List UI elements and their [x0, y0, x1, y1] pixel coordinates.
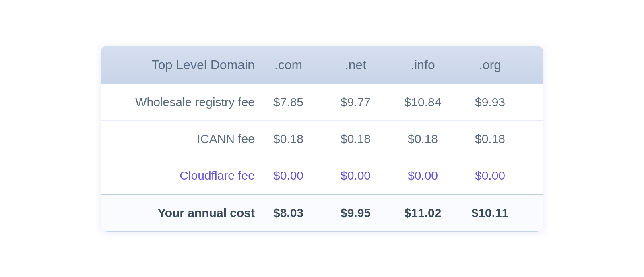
row-value-total-info: $11.02: [389, 206, 456, 220]
row-value-total-net: $9.95: [322, 206, 389, 220]
row-value-cloudflare-org: $0.00: [456, 169, 524, 182]
row-label-wholesale: Wholesale registry fee: [120, 95, 255, 109]
row-value-cloudflare-net: $0.00: [322, 169, 389, 182]
table-body: Wholesale registry fee $7.85 $9.77 $10.8…: [101, 84, 543, 231]
table-row-total: Your annual cost $8.03 $9.95 $11.02 $10.…: [101, 194, 543, 231]
row-value-total-org: $10.11: [456, 206, 524, 220]
row-value-icann-info: $0.18: [389, 132, 456, 146]
column-header-label: Top Level Domain: [120, 58, 255, 72]
row-label-total: Your annual cost: [120, 206, 255, 220]
table-header: Top Level Domain .com .net .info .org: [101, 46, 543, 84]
row-label-icann: ICANN fee: [120, 132, 255, 146]
row-value-icann-net: $0.18: [322, 132, 389, 146]
row-value-cloudflare-com: $0.00: [255, 169, 322, 182]
table-row: ICANN fee $0.18 $0.18 $0.18 $0.18: [101, 121, 543, 157]
row-value-wholesale-com: $7.85: [255, 95, 322, 109]
row-value-wholesale-org: $9.93: [456, 95, 524, 109]
pricing-table: Top Level Domain .com .net .info .org Wh…: [101, 46, 543, 232]
row-value-icann-com: $0.18: [255, 132, 322, 146]
row-value-cloudflare-info: $0.00: [389, 169, 456, 182]
row-value-wholesale-net: $9.77: [322, 95, 389, 109]
column-header-info: .info: [389, 58, 456, 72]
column-header-com: .com: [255, 58, 322, 72]
table-row: Wholesale registry fee $7.85 $9.77 $10.8…: [101, 84, 543, 121]
column-header-net: .net: [322, 58, 389, 72]
row-label-cloudflare: Cloudflare fee: [120, 169, 255, 182]
row-value-wholesale-info: $10.84: [389, 95, 456, 109]
row-value-icann-org: $0.18: [456, 132, 524, 146]
column-header-org: .org: [456, 58, 524, 72]
table-row: Cloudflare fee $0.00 $0.00 $0.00 $0.00: [101, 157, 543, 194]
row-value-total-com: $8.03: [255, 206, 322, 220]
